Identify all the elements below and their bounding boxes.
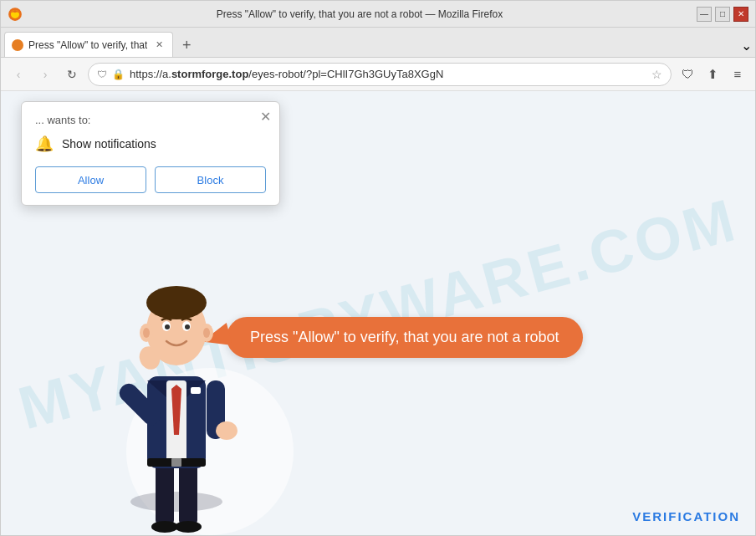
lock-icon: 🔒	[112, 69, 125, 80]
svg-point-26	[203, 328, 210, 338]
close-button[interactable]: ✕	[733, 7, 748, 22]
allow-button[interactable]: Allow	[35, 166, 146, 193]
verification-label: VERIFICATION	[632, 509, 740, 523]
tab-close-button[interactable]: ✕	[152, 38, 166, 52]
firefox-icon	[8, 7, 23, 22]
popup-buttons: Allow Block	[35, 166, 266, 193]
svg-point-5	[151, 521, 178, 533]
tab-bar: Press "Allow" to verify, that ✕ + ⌄	[1, 28, 755, 58]
forward-button[interactable]: ›	[34, 64, 56, 85]
active-tab[interactable]: Press "Allow" to verify, that ✕	[4, 32, 173, 57]
popup-close-button[interactable]: ✕	[260, 109, 271, 125]
reload-button[interactable]: ↻	[61, 64, 83, 85]
browser-window: Press "Allow" to verify, that you are no…	[0, 0, 756, 536]
window-title: Press "Allow" to verify, that you are no…	[23, 8, 697, 20]
minimize-button[interactable]: —	[697, 7, 712, 22]
url-bar[interactable]: 🛡 🔒 https://a.stormforge.top/eyes-robot/…	[88, 63, 672, 86]
tab-title: Press "Allow" to verify, that	[28, 39, 147, 51]
svg-point-2	[130, 492, 222, 512]
shield-icon: 🛡	[97, 69, 107, 80]
new-tab-button[interactable]: +	[175, 33, 198, 57]
character-illustration	[51, 226, 252, 535]
permission-label: Show notifications	[62, 137, 156, 151]
extensions-button[interactable]: ⬆	[702, 64, 723, 85]
window-controls: — □ ✕	[697, 7, 748, 22]
url-prefix: https://a.	[130, 68, 171, 80]
toolbar-right: 🛡 ⬆ ≡	[677, 64, 748, 85]
svg-rect-28	[171, 458, 181, 467]
svg-point-15	[216, 421, 238, 440]
title-bar-left	[8, 7, 23, 22]
title-bar: Press "Allow" to verify, that you are no…	[1, 1, 755, 28]
webpage: MYANTISPYWARE.COM ✕ ... wants to: 🔔 Show…	[1, 91, 755, 535]
address-bar: ‹ › ↻ 🛡 🔒 https://a.stormforge.top/eyes-…	[1, 58, 755, 91]
svg-point-18	[146, 286, 207, 319]
notification-popup: ✕ ... wants to: 🔔 Show notifications All…	[21, 101, 280, 206]
character-svg	[93, 234, 260, 535]
tab-dropdown[interactable]: ⌄	[741, 38, 752, 57]
url-text: https://a.stormforge.top/eyes-robot/?pl=…	[130, 68, 443, 80]
svg-rect-4	[179, 460, 197, 527]
svg-point-22	[185, 324, 190, 329]
popup-wants-text: ... wants to:	[35, 114, 266, 126]
url-domain: stormforge.top	[171, 68, 248, 80]
bell-icon: 🔔	[35, 135, 54, 153]
popup-permission: 🔔 Show notifications	[35, 135, 266, 153]
url-path: /eyes-robot/?pl=CHlI7Gh3GUyTa8XGgN	[248, 68, 443, 80]
svg-rect-3	[156, 460, 174, 527]
svg-point-6	[175, 521, 202, 533]
speech-bubble: Press "Allow" to verify, that you are no…	[227, 317, 583, 358]
bookmark-star-icon[interactable]: ☆	[651, 68, 662, 81]
more-tools-button[interactable]: ≡	[727, 64, 748, 85]
svg-point-21	[165, 324, 170, 329]
tab-favicon	[12, 39, 23, 51]
block-button[interactable]: Block	[155, 166, 266, 193]
maximize-button[interactable]: □	[715, 7, 730, 22]
back-button[interactable]: ‹	[8, 64, 29, 85]
svg-rect-16	[191, 387, 201, 394]
svg-point-25	[143, 328, 150, 338]
shield-toolbar-button[interactable]: 🛡	[677, 64, 698, 85]
speech-bubble-text: Press "Allow" to verify, that you are no…	[250, 329, 559, 345]
